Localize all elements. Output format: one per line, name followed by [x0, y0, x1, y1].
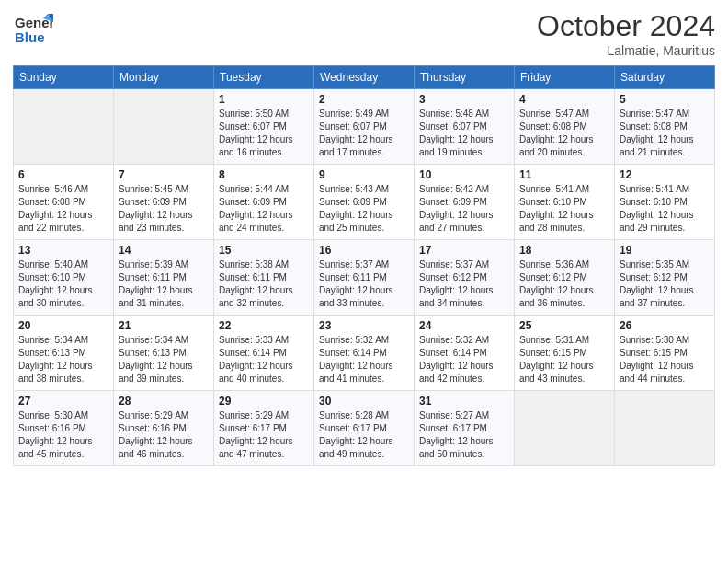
day-number: 3 — [419, 93, 509, 106]
day-info: Sunrise: 5:48 AMSunset: 6:07 PMDaylight:… — [419, 108, 509, 159]
day-info: Sunrise: 5:43 AMSunset: 6:09 PMDaylight:… — [319, 183, 409, 235]
svg-text:Blue: Blue — [15, 29, 45, 45]
day-cell: 28Sunrise: 5:29 AMSunset: 6:16 PMDayligh… — [114, 391, 214, 466]
day-number: 28 — [119, 395, 209, 408]
day-info: Sunrise: 5:35 AMSunset: 6:12 PMDaylight:… — [620, 259, 710, 310]
day-info: Sunrise: 5:41 AMSunset: 6:10 PMDaylight:… — [620, 183, 710, 235]
day-info: Sunrise: 5:32 AMSunset: 6:14 PMDaylight:… — [419, 334, 509, 385]
day-number: 10 — [419, 168, 509, 181]
day-info: Sunrise: 5:29 AMSunset: 6:17 PMDaylight:… — [219, 409, 309, 461]
day-info: Sunrise: 5:47 AMSunset: 6:08 PMDaylight:… — [620, 108, 710, 159]
day-cell: 13Sunrise: 5:40 AMSunset: 6:10 PMDayligh… — [14, 240, 114, 316]
day-info: Sunrise: 5:50 AMSunset: 6:07 PMDaylight:… — [219, 108, 309, 159]
day-info: Sunrise: 5:32 AMSunset: 6:14 PMDaylight:… — [319, 334, 409, 385]
day-info: Sunrise: 5:39 AMSunset: 6:11 PMDaylight:… — [119, 259, 209, 310]
week-row-2: 6Sunrise: 5:46 AMSunset: 6:08 PMDaylight… — [14, 165, 715, 240]
day-number: 9 — [319, 168, 409, 181]
day-cell: 27Sunrise: 5:30 AMSunset: 6:16 PMDayligh… — [14, 391, 114, 466]
day-number: 30 — [319, 395, 409, 408]
day-info: Sunrise: 5:45 AMSunset: 6:09 PMDaylight:… — [119, 183, 209, 235]
location: Lalmatie, Mauritius — [537, 43, 715, 58]
day-cell — [615, 391, 715, 466]
day-cell: 9Sunrise: 5:43 AMSunset: 6:09 PMDaylight… — [314, 165, 415, 240]
day-cell: 20Sunrise: 5:34 AMSunset: 6:13 PMDayligh… — [14, 316, 114, 391]
day-info: Sunrise: 5:49 AMSunset: 6:07 PMDaylight:… — [319, 108, 409, 159]
day-number: 25 — [519, 319, 609, 332]
day-number: 6 — [18, 168, 108, 181]
day-number: 14 — [119, 244, 209, 257]
day-cell — [114, 89, 214, 165]
day-info: Sunrise: 5:31 AMSunset: 6:15 PMDaylight:… — [519, 334, 609, 385]
day-info: Sunrise: 5:38 AMSunset: 6:11 PMDaylight:… — [219, 259, 309, 310]
day-cell: 23Sunrise: 5:32 AMSunset: 6:14 PMDayligh… — [314, 316, 415, 391]
day-cell: 10Sunrise: 5:42 AMSunset: 6:09 PMDayligh… — [415, 165, 515, 240]
day-cell: 31Sunrise: 5:27 AMSunset: 6:17 PMDayligh… — [415, 391, 515, 466]
day-cell: 5Sunrise: 5:47 AMSunset: 6:08 PMDaylight… — [615, 89, 715, 165]
page: General Blue October 2024 Lalmatie, Maur… — [0, 0, 728, 563]
day-cell: 21Sunrise: 5:34 AMSunset: 6:13 PMDayligh… — [114, 316, 214, 391]
day-number: 2 — [319, 93, 409, 106]
weekday-tuesday: Tuesday — [214, 66, 314, 89]
day-cell: 6Sunrise: 5:46 AMSunset: 6:08 PMDaylight… — [14, 165, 114, 240]
day-cell: 26Sunrise: 5:30 AMSunset: 6:15 PMDayligh… — [615, 316, 715, 391]
day-cell: 15Sunrise: 5:38 AMSunset: 6:11 PMDayligh… — [214, 240, 314, 316]
week-row-4: 20Sunrise: 5:34 AMSunset: 6:13 PMDayligh… — [14, 316, 715, 391]
day-number: 27 — [18, 395, 108, 408]
day-number: 15 — [219, 244, 309, 257]
day-cell: 2Sunrise: 5:49 AMSunset: 6:07 PMDaylight… — [314, 89, 415, 165]
day-cell: 3Sunrise: 5:48 AMSunset: 6:07 PMDaylight… — [415, 89, 515, 165]
day-number: 11 — [519, 168, 609, 181]
day-cell: 25Sunrise: 5:31 AMSunset: 6:15 PMDayligh… — [515, 316, 615, 391]
week-row-3: 13Sunrise: 5:40 AMSunset: 6:10 PMDayligh… — [14, 240, 715, 316]
day-cell: 12Sunrise: 5:41 AMSunset: 6:10 PMDayligh… — [615, 165, 715, 240]
day-info: Sunrise: 5:44 AMSunset: 6:09 PMDaylight:… — [219, 183, 309, 235]
day-cell: 7Sunrise: 5:45 AMSunset: 6:09 PMDaylight… — [114, 165, 214, 240]
day-number: 12 — [620, 168, 710, 181]
calendar-table: SundayMondayTuesdayWednesdayThursdayFrid… — [13, 65, 715, 466]
day-number: 4 — [519, 93, 609, 106]
week-row-5: 27Sunrise: 5:30 AMSunset: 6:16 PMDayligh… — [14, 391, 715, 466]
day-number: 1 — [219, 93, 309, 106]
day-cell: 19Sunrise: 5:35 AMSunset: 6:12 PMDayligh… — [615, 240, 715, 316]
day-number: 24 — [419, 319, 509, 332]
day-number: 29 — [219, 395, 309, 408]
day-cell: 22Sunrise: 5:33 AMSunset: 6:14 PMDayligh… — [214, 316, 314, 391]
day-number: 23 — [319, 319, 409, 332]
day-number: 16 — [319, 244, 409, 257]
day-cell: 11Sunrise: 5:41 AMSunset: 6:10 PMDayligh… — [515, 165, 615, 240]
day-info: Sunrise: 5:29 AMSunset: 6:16 PMDaylight:… — [119, 409, 209, 461]
day-cell: 24Sunrise: 5:32 AMSunset: 6:14 PMDayligh… — [415, 316, 515, 391]
day-info: Sunrise: 5:40 AMSunset: 6:10 PMDaylight:… — [18, 259, 108, 310]
day-info: Sunrise: 5:36 AMSunset: 6:12 PMDaylight:… — [519, 259, 609, 310]
month-title: October 2024 — [537, 9, 715, 43]
header: General Blue October 2024 Lalmatie, Maur… — [13, 9, 715, 58]
logo: General Blue — [13, 9, 53, 50]
day-info: Sunrise: 5:34 AMSunset: 6:13 PMDaylight:… — [119, 334, 209, 385]
day-cell — [14, 89, 114, 165]
title-block: October 2024 Lalmatie, Mauritius — [537, 9, 715, 58]
day-number: 17 — [419, 244, 509, 257]
day-number: 20 — [18, 319, 108, 332]
logo-icon: General Blue — [13, 9, 53, 50]
weekday-saturday: Saturday — [615, 66, 715, 89]
day-cell — [515, 391, 615, 466]
day-info: Sunrise: 5:28 AMSunset: 6:17 PMDaylight:… — [319, 409, 409, 461]
day-number: 5 — [620, 93, 710, 106]
day-info: Sunrise: 5:30 AMSunset: 6:15 PMDaylight:… — [620, 334, 710, 385]
day-number: 21 — [119, 319, 209, 332]
day-cell: 1Sunrise: 5:50 AMSunset: 6:07 PMDaylight… — [214, 89, 314, 165]
day-cell: 17Sunrise: 5:37 AMSunset: 6:12 PMDayligh… — [415, 240, 515, 316]
day-number: 19 — [620, 244, 710, 257]
day-info: Sunrise: 5:27 AMSunset: 6:17 PMDaylight:… — [419, 409, 509, 461]
day-info: Sunrise: 5:46 AMSunset: 6:08 PMDaylight:… — [18, 183, 108, 235]
day-cell: 14Sunrise: 5:39 AMSunset: 6:11 PMDayligh… — [114, 240, 214, 316]
calendar-header: SundayMondayTuesdayWednesdayThursdayFrid… — [14, 66, 715, 89]
day-cell: 16Sunrise: 5:37 AMSunset: 6:11 PMDayligh… — [314, 240, 415, 316]
day-cell: 4Sunrise: 5:47 AMSunset: 6:08 PMDaylight… — [515, 89, 615, 165]
day-info: Sunrise: 5:37 AMSunset: 6:12 PMDaylight:… — [419, 259, 509, 310]
day-info: Sunrise: 5:33 AMSunset: 6:14 PMDaylight:… — [219, 334, 309, 385]
weekday-header-row: SundayMondayTuesdayWednesdayThursdayFrid… — [14, 66, 715, 89]
day-info: Sunrise: 5:47 AMSunset: 6:08 PMDaylight:… — [519, 108, 609, 159]
day-number: 18 — [519, 244, 609, 257]
day-number: 13 — [18, 244, 108, 257]
